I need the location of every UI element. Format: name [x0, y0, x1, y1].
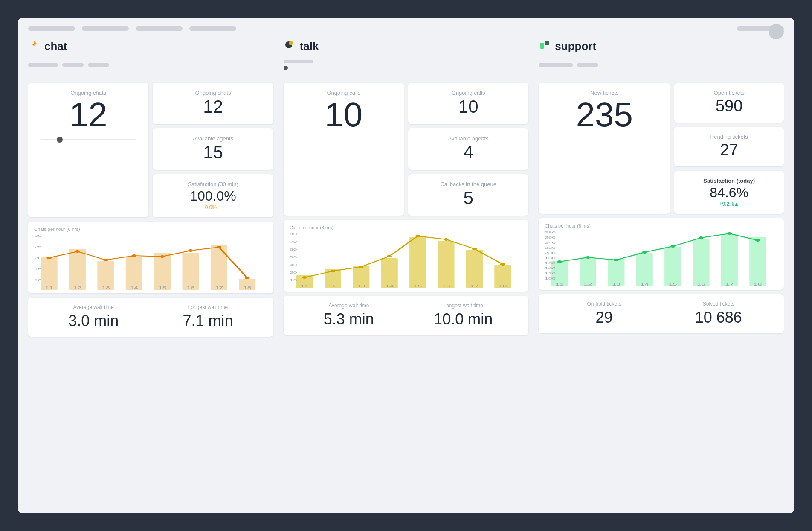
settings-button[interactable]	[768, 24, 784, 39]
svg-point-19	[160, 255, 165, 258]
svg-point-79	[670, 245, 676, 248]
support-satisfaction-delta: +9.2%▲	[683, 201, 775, 207]
talk-sub-nav-bar-1	[284, 60, 313, 63]
support-sub-nav-bar-1	[539, 63, 573, 67]
svg-point-20	[188, 249, 193, 252]
dashboard-grid: Ongoing chats 12 Ongoing chats 12	[28, 83, 784, 337]
svg-rect-40	[409, 237, 426, 288]
svg-point-50	[472, 248, 477, 250]
svg-text:13: 13	[612, 282, 621, 286]
svg-text:10: 10	[34, 278, 41, 282]
talk-bottom-stats: Average wait time 5.3 min Longest wait t…	[284, 296, 529, 335]
svg-rect-6	[545, 41, 549, 45]
support-title: support	[555, 40, 596, 53]
chat-column: Ongoing chats 12 Ongoing chats 12	[28, 83, 273, 337]
svg-text:14: 14	[130, 286, 139, 290]
talk-ongoing-calls-label: Ongoing calls	[292, 90, 395, 96]
support-column: New tickets 235 Open tickets 590 Pending…	[539, 83, 784, 337]
talk-available-agents-label: Available agents	[417, 135, 520, 142]
outer-frame: chat talk	[9, 9, 803, 522]
svg-text:17: 17	[470, 284, 478, 288]
svg-text:10: 10	[290, 278, 297, 282]
talk-column: Ongoing calls 10 Ongoing calls 10 Availa…	[284, 83, 529, 337]
svg-text:120: 120	[545, 271, 556, 275]
chat-sub-nav-bar-3	[88, 63, 109, 67]
svg-text:240: 240	[545, 241, 556, 245]
svg-marker-0	[34, 41, 37, 44]
support-on-hold-value: 29	[549, 309, 659, 327]
svg-text:40: 40	[290, 263, 297, 267]
chat-sub-nav-bar-2	[62, 63, 84, 67]
talk-ongoing-calls-card: Ongoing calls 10	[284, 83, 404, 216]
svg-rect-5	[540, 43, 544, 49]
talk-ongoing-calls-2-label: Ongoing calls	[417, 90, 520, 96]
nav-bar-2	[82, 26, 129, 31]
svg-text:11: 11	[556, 282, 564, 286]
svg-text:16: 16	[442, 284, 450, 288]
svg-text:14: 14	[641, 282, 649, 286]
support-icon	[539, 39, 551, 53]
svg-point-82	[755, 239, 760, 242]
chat-bottom-stats: Average wait time 3.0 min Longest wait t…	[28, 298, 273, 337]
svg-text:140: 140	[545, 266, 556, 270]
top-nav	[28, 26, 784, 31]
talk-chart-card: Calls per hour (8 hrs)	[284, 220, 529, 292]
chat-satisfaction-value: 100.0%	[161, 189, 264, 203]
chat-ongoing-chats-label: Ongoing chats	[37, 90, 140, 96]
svg-text:17: 17	[725, 282, 734, 286]
support-solved-value: 10 686	[664, 309, 774, 327]
talk-chart-area: 11 12 13 14 15 16 17 18 80 70 60	[290, 233, 523, 288]
support-chart-svg: 11 12 13 14 15 16 17 18 280 260 240	[545, 231, 778, 286]
svg-point-76	[586, 256, 591, 259]
chat-sub-nav	[28, 60, 273, 70]
support-chart-label: Chats per hour (8 hrs)	[545, 223, 778, 228]
talk-avg-wait-label: Average wait time	[294, 303, 404, 309]
svg-point-51	[500, 263, 505, 266]
svg-rect-12	[183, 253, 199, 290]
talk-avg-wait: Average wait time 5.3 min	[294, 303, 404, 328]
chat-slider-thumb[interactable]	[57, 137, 63, 143]
talk-callbacks-label: Callbacks in the queue	[417, 181, 520, 187]
chat-chart-svg: 11 12 13 14 15 16 17 18 30 25 20	[34, 234, 267, 290]
svg-text:220: 220	[545, 246, 556, 250]
support-chart-card: Chats per hour (8 hrs)	[539, 218, 784, 290]
talk-avg-wait-value: 5.3 min	[294, 310, 404, 328]
svg-rect-10	[126, 257, 142, 290]
chat-ongoing-chats-2-card: Ongoing chats 12	[153, 83, 273, 124]
talk-callbacks-value: 5	[417, 189, 520, 207]
svg-text:13: 13	[357, 284, 365, 288]
chat-slider-track[interactable]	[41, 139, 136, 140]
support-open-tickets-value: 590	[683, 98, 775, 114]
svg-rect-71	[664, 247, 681, 286]
svg-text:15: 15	[669, 282, 677, 286]
svg-text:13: 13	[102, 286, 110, 290]
support-on-hold: On-hold tickets 29	[549, 301, 659, 327]
svg-point-22	[245, 277, 250, 279]
svg-point-15	[46, 257, 52, 259]
chat-sub-nav-bar-1	[28, 63, 58, 67]
svg-point-17	[103, 259, 108, 261]
support-top-row: New tickets 235 Open tickets 590 Pending…	[539, 83, 784, 214]
chat-avg-wait-value: 3.0 min	[38, 312, 148, 330]
svg-text:18: 18	[243, 286, 252, 290]
talk-available-agents-card: Available agents 4	[408, 128, 528, 170]
talk-top-row: Ongoing calls 10 Ongoing calls 10 Availa…	[284, 83, 529, 216]
talk-right-sub-col: Ongoing calls 10 Available agents 4 Call…	[408, 83, 528, 216]
svg-text:15: 15	[158, 286, 167, 290]
chat-satisfaction-card: Satisfaction (30 min) 100.0% 0.0% =	[153, 174, 273, 217]
talk-callbacks-card: Callbacks in the queue 5	[408, 174, 528, 216]
support-pending-tickets-value: 27	[683, 142, 775, 158]
talk-icon	[284, 39, 296, 53]
svg-text:15: 15	[414, 284, 422, 288]
svg-marker-1	[32, 44, 34, 46]
svg-point-44	[302, 276, 307, 279]
chat-ongoing-chats-2-label: Ongoing chats	[161, 90, 264, 96]
chat-avg-wait-label: Average wait time	[38, 304, 148, 310]
svg-rect-8	[69, 249, 86, 290]
svg-text:12: 12	[584, 282, 592, 286]
svg-text:14: 14	[385, 284, 394, 288]
talk-chart-label: Calls per hour (8 hrs)	[290, 225, 523, 230]
support-chart-area: 11 12 13 14 15 16 17 18 280 260 240	[545, 231, 778, 286]
svg-text:30: 30	[34, 234, 41, 238]
svg-text:16: 16	[186, 286, 195, 290]
